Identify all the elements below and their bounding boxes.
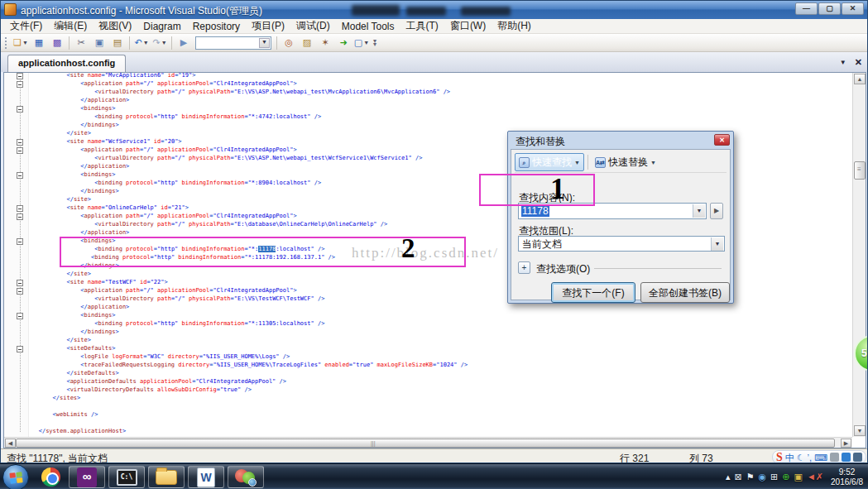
find-options-label[interactable]: 查找选项(O) (536, 262, 590, 276)
code-line: <virtualDirectory path="/" physicalPath=… (11, 295, 468, 303)
person-icon[interactable] (830, 453, 839, 462)
scroll-up-arrow[interactable]: ▲ (854, 74, 866, 84)
tray-time: 9:52 (831, 467, 863, 477)
bookmark-all-button[interactable]: 全部创建书签(B) (640, 282, 730, 303)
command-window-button[interactable]: ▢▼ (353, 36, 370, 50)
find-in-files-button[interactable]: ◎ (281, 36, 297, 50)
restore-button[interactable]: ▢ (818, 2, 841, 15)
look-in-combobox[interactable]: 当前文档 ▼ (518, 236, 725, 252)
find-expression-button[interactable]: ▶ (710, 203, 723, 219)
hidden-icons-chevron[interactable]: ▴ (726, 472, 731, 482)
navigate-button[interactable]: ➜ (335, 36, 352, 50)
network-error-icon[interactable]: ⊠ (734, 472, 741, 482)
menu-item[interactable]: 帮助(H) (492, 18, 537, 34)
status-line-number: 行 321 (620, 452, 649, 463)
chrome-icon[interactable] (34, 466, 67, 488)
code-line: <application path="/" applicationPool="C… (11, 79, 468, 88)
close-button[interactable]: ✕ (842, 2, 864, 15)
chevron-down-icon[interactable]: ▼ (161, 40, 167, 46)
window-titlebar[interactable]: applicationhost.config - Microsoft Visua… (1, 1, 867, 19)
chevron-down-icon[interactable]: ▼ (22, 40, 28, 46)
punctuation-icon[interactable]: ’, (808, 452, 813, 463)
tray-clock[interactable]: 9:52 2016/6/8 (831, 467, 866, 487)
dialog-title[interactable]: 查找和替换 (511, 133, 731, 149)
redo-button[interactable]: ↷▼ (151, 36, 168, 50)
save-button[interactable]: ▦ (31, 36, 47, 50)
chinese-mode-icon[interactable]: 中 (785, 452, 794, 463)
menu-item[interactable]: 窗口(W) (444, 18, 492, 34)
code-line: </application> (11, 96, 468, 104)
toolbar-grip[interactable] (5, 37, 9, 49)
menu-item[interactable]: 工具(T) (400, 18, 444, 34)
close-document-icon[interactable]: ✕ (855, 57, 862, 68)
menu-item[interactable]: Repository (187, 20, 246, 33)
sogou-logo-icon[interactable]: S (776, 452, 783, 463)
action-center-flag-icon[interactable]: ⚑ (746, 472, 755, 482)
explorer-taskbar-button[interactable] (148, 466, 185, 488)
paste-button[interactable]: ▤ (109, 36, 126, 50)
solution-explorer-button[interactable]: ▨ (299, 36, 315, 50)
safety-blue-icon[interactable]: ◉ (759, 472, 767, 482)
green-shield-plus-icon[interactable]: ⊕ (782, 472, 789, 482)
new-item-button[interactable]: ❏▼ (12, 36, 29, 50)
copy-button[interactable]: ▣ (91, 36, 108, 50)
quick-find-button[interactable]: ⌕ 快速查找 ▼ (515, 153, 584, 171)
find-options-expander-icon[interactable]: + (518, 261, 530, 274)
skin-icon[interactable] (842, 453, 851, 462)
chevron-down-icon[interactable]: ▼ (693, 204, 705, 218)
quick-replace-button[interactable]: A⇄ 快速替换 ▼ (592, 153, 659, 171)
chevron-down-icon[interactable]: ▼ (143, 40, 149, 46)
fullmoon-mode-icon[interactable]: ☾ (797, 452, 805, 463)
tab-applicationhost-config[interactable]: applicationhost.config (7, 55, 126, 72)
toolbox-wrench-icon[interactable] (853, 453, 862, 462)
chevron-down-icon[interactable]: ▼ (711, 237, 723, 251)
menu-item[interactable]: Diagram (137, 20, 186, 33)
menu-item[interactable]: 视图(V) (93, 18, 137, 34)
redacted-text (352, 5, 400, 16)
display-warning-icon[interactable]: ▣ (794, 472, 803, 482)
toolbar-separator (69, 36, 70, 50)
menu-item[interactable]: Model Tools (336, 20, 400, 33)
start-button[interactable] (2, 464, 29, 489)
menu-item[interactable]: 项目(P) (246, 18, 290, 34)
solution-configurations-combobox[interactable]: ▼ (195, 36, 271, 50)
command-prompt-logo-icon: C:\ (117, 469, 137, 486)
minimize-button[interactable]: — (795, 2, 818, 15)
status-bar: 查找 "11178", 当前文档 行 321 列 73 S中☾’,⌨ (1, 448, 867, 463)
volume-muted-icon[interactable]: ◄✗ (807, 472, 823, 482)
visual-studio-taskbar-button[interactable]: ∞ (69, 466, 105, 488)
vertical-scrollbar[interactable]: ▲ ▼ (852, 73, 866, 437)
undo-button[interactable]: ↶▼ (133, 36, 150, 50)
menu-item[interactable]: 编辑(E) (48, 18, 93, 34)
solution-explorer-icon: ▨ (303, 37, 311, 48)
find-next-button[interactable]: 查找下一个(F) (551, 282, 635, 303)
globe-app-taskbar-button[interactable] (228, 466, 264, 488)
look-in-value: 当前文档 (522, 238, 562, 250)
chevron-down-icon[interactable]: ▼ (259, 38, 270, 48)
scroll-right-arrow[interactable]: ▶ (841, 439, 851, 448)
menu-item[interactable]: 文件(F) (4, 18, 48, 34)
vertical-scroll-thumb[interactable] (854, 161, 866, 180)
menu-item[interactable]: 调试(D) (290, 18, 336, 34)
scroll-left-arrow[interactable]: ◀ (5, 439, 16, 448)
save-all-button[interactable]: ▩ (49, 36, 65, 50)
properties-tools-button[interactable]: ✶ (317, 36, 333, 50)
horizontal-scrollbar[interactable]: ◀ ▶ (4, 437, 852, 448)
dialog-close-icon[interactable]: ✕ (714, 134, 730, 146)
chevron-down-icon[interactable]: ▼ (574, 160, 580, 165)
save-icon: ▦ (35, 37, 43, 48)
document-list-dropdown-icon[interactable]: ▼ (840, 57, 846, 68)
cut-button[interactable]: ✂ (73, 36, 89, 50)
chevron-down-icon[interactable]: ▼ (363, 40, 369, 46)
chevron-down-icon[interactable]: ▼ (650, 160, 656, 165)
chrome-logo-icon (41, 467, 60, 487)
horizontal-scroll-thumb[interactable] (16, 439, 835, 448)
soft-keyboard-icon[interactable]: ⌨ (814, 452, 827, 463)
word-taskbar-button[interactable]: W (188, 466, 224, 488)
start-debug-button[interactable]: ▶ (175, 36, 192, 50)
toolbar-overflow-icon[interactable]: ▾▾ (371, 36, 379, 50)
command-prompt-taskbar-button[interactable]: C:\ (108, 466, 145, 488)
ime-windows-icon[interactable]: ⊞ (770, 472, 778, 482)
visual-studio-logo-icon: ∞ (77, 467, 97, 487)
scroll-down-arrow[interactable]: ▼ (854, 425, 866, 436)
